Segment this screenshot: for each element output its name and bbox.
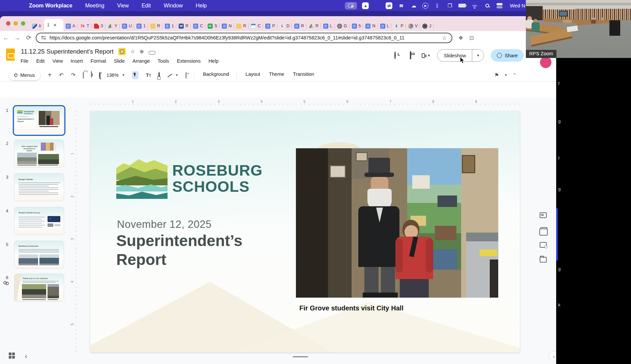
menu-tools[interactable]: Tools bbox=[155, 57, 172, 65]
bookmark-star-icon[interactable]: ☆ bbox=[442, 34, 447, 41]
menu-view[interactable]: View bbox=[49, 57, 66, 65]
browser-tab[interactable]: U bbox=[120, 21, 134, 31]
wifi-icon[interactable] bbox=[471, 2, 478, 9]
slides-app-icon[interactable] bbox=[6, 49, 15, 61]
menubar-item-help[interactable]: Help bbox=[196, 3, 207, 9]
browser-tab[interactable]: C bbox=[248, 21, 263, 31]
pen-tools-icon[interactable]: ⚑ bbox=[494, 72, 499, 78]
version-history-icon[interactable] bbox=[391, 52, 399, 59]
menu-help[interactable]: Help bbox=[205, 57, 221, 65]
slide-link-icon[interactable] bbox=[3, 281, 9, 285]
active-tab[interactable]: 1✕ bbox=[44, 19, 63, 31]
layout-button[interactable]: Layout bbox=[245, 71, 260, 79]
browser-tab[interactable]: 74T bbox=[78, 21, 92, 31]
layers-panel-icon[interactable] bbox=[540, 227, 547, 233]
zoom-window-button[interactable] bbox=[21, 21, 25, 26]
browser-tab[interactable]: WR bbox=[176, 21, 191, 31]
browser-tab[interactable]: R bbox=[292, 21, 306, 31]
menu-edit[interactable]: Edit bbox=[33, 57, 48, 65]
insert-image-button[interactable] bbox=[186, 72, 186, 78]
stack-icon[interactable]: ≋ bbox=[397, 2, 405, 9]
folder-panel-icon[interactable] bbox=[540, 257, 547, 263]
slide-date-text[interactable]: November 12, 2025 bbox=[117, 218, 212, 231]
new-slide-button[interactable]: + bbox=[48, 71, 52, 79]
slide-title-text[interactable]: Superintendent’s Report bbox=[116, 231, 265, 269]
menu-insert[interactable]: Insert bbox=[68, 57, 86, 65]
meet-camera-icon[interactable]: ▼ bbox=[422, 53, 430, 58]
browser-tab[interactable]: J bbox=[420, 21, 433, 31]
teamviewer-icon[interactable]: ⇄ bbox=[386, 2, 392, 9]
slide-thumbnail-4[interactable]: Student Health Survey≈ bbox=[14, 207, 64, 235]
share-button[interactable]: Share bbox=[491, 49, 524, 62]
background-button[interactable]: Background bbox=[203, 71, 229, 79]
city-hall-photo[interactable] bbox=[296, 148, 498, 298]
zoom-level[interactable]: 136% bbox=[107, 72, 119, 78]
browser-tab[interactable]: R bbox=[148, 21, 162, 31]
card-panel-icon[interactable] bbox=[540, 212, 547, 218]
battery-icon[interactable] bbox=[458, 2, 466, 9]
side-search-icon[interactable]: ⊡ bbox=[469, 35, 474, 41]
menu-extensions[interactable]: Extensions bbox=[174, 57, 204, 65]
notes-drag-handle[interactable] bbox=[293, 356, 308, 357]
menubar-item-view[interactable]: View bbox=[117, 3, 129, 9]
line-tool[interactable] bbox=[167, 72, 173, 78]
minimize-window-button[interactable] bbox=[13, 21, 18, 26]
menu-format[interactable]: Format bbox=[88, 57, 109, 65]
account-avatar[interactable] bbox=[540, 57, 551, 68]
star-doc-icon[interactable]: ☆ bbox=[130, 49, 135, 55]
photo-caption[interactable]: Fir Grove students visit City Hall bbox=[299, 304, 403, 312]
site-settings-icon[interactable] bbox=[41, 36, 46, 40]
browser-tab[interactable]: A bbox=[63, 21, 78, 31]
screen-share-icon[interactable] bbox=[345, 2, 357, 9]
line-caret[interactable]: ▼ bbox=[175, 73, 178, 77]
browser-tab[interactable]: L bbox=[378, 21, 392, 31]
menubar-item-meeting[interactable]: Meeting bbox=[85, 3, 104, 9]
slide-canvas[interactable]: ROSEBURG SCHOOLS November 12, 2025 Super… bbox=[90, 111, 520, 353]
deploy-triangle-icon[interactable]: ▲ bbox=[362, 2, 369, 9]
roseburg-schools-logo[interactable]: ROSEBURG SCHOOLS bbox=[116, 158, 263, 199]
reload-button[interactable]: ⟳ bbox=[23, 34, 34, 41]
move-to-folder-icon[interactable] bbox=[118, 48, 126, 55]
menubar-item-window[interactable]: Window bbox=[164, 3, 183, 9]
menubar-item-edit[interactable]: Edit bbox=[142, 3, 151, 9]
forward-button[interactable]: → bbox=[11, 34, 23, 41]
theme-button[interactable]: Theme bbox=[269, 71, 284, 79]
browser-tab[interactable]: P bbox=[263, 21, 277, 31]
browser-tab[interactable]: N bbox=[219, 21, 234, 31]
browser-tab[interactable]: 3 bbox=[92, 21, 106, 31]
undo-button[interactable]: ↶ bbox=[59, 72, 63, 78]
menu-file[interactable]: File bbox=[18, 57, 31, 65]
transition-button[interactable]: Transition bbox=[293, 71, 314, 79]
slide-thumbnail-5[interactable]: Building Community bbox=[14, 241, 64, 269]
slide-thumbnail-2[interactable]: Care, support and instruction in action bbox=[14, 140, 64, 168]
browser-tab[interactable]: R bbox=[234, 21, 248, 31]
menus-search-button[interactable]: Menus bbox=[9, 70, 40, 80]
browser-tab[interactable]: 1 bbox=[162, 21, 176, 31]
grid-view-button[interactable] bbox=[9, 353, 15, 359]
menu-slide[interactable]: Slide bbox=[111, 57, 128, 65]
comments-icon[interactable] bbox=[406, 52, 415, 59]
collapse-toolbar-icon[interactable]: ⌃ bbox=[513, 72, 516, 78]
paint-format-button[interactable] bbox=[91, 72, 92, 78]
browser-tab[interactable]: 5 bbox=[350, 21, 363, 31]
bluetooth-icon[interactable]: ᛒ bbox=[433, 2, 441, 9]
extensions-icon[interactable]: ❖ bbox=[458, 35, 463, 41]
spotlight-search-icon[interactable] bbox=[483, 2, 491, 9]
menu-arrange[interactable]: Arrange bbox=[129, 57, 153, 65]
play-circle-icon[interactable]: ▶ bbox=[422, 3, 428, 9]
collapse-filmstrip-button[interactable]: ‹ bbox=[25, 352, 27, 360]
close-window-button[interactable] bbox=[6, 21, 10, 26]
text-box-tool[interactable]: TT bbox=[146, 72, 151, 78]
image-search-panel-icon[interactable] bbox=[540, 242, 547, 248]
browser-tab[interactable]: $P bbox=[391, 21, 405, 31]
url-text[interactable]: https://docs.google.com/presentation/d/1… bbox=[50, 35, 439, 40]
select-tool[interactable] bbox=[132, 71, 139, 79]
side-panel-toggle[interactable]: ‹ bbox=[549, 351, 556, 361]
pen-tools-caret[interactable]: ▼ bbox=[504, 73, 507, 77]
control-center-icon[interactable] bbox=[496, 2, 503, 9]
browser-tab[interactable]: 1 bbox=[134, 21, 148, 31]
slide-thumbnail-6[interactable]: Thank you to our veterans bbox=[14, 274, 64, 302]
pinned-tab[interactable]: Ir bbox=[30, 21, 44, 31]
zoom-caret[interactable]: ▼ bbox=[122, 73, 125, 77]
slideshow-dropdown[interactable]: ▼ bbox=[472, 54, 484, 57]
